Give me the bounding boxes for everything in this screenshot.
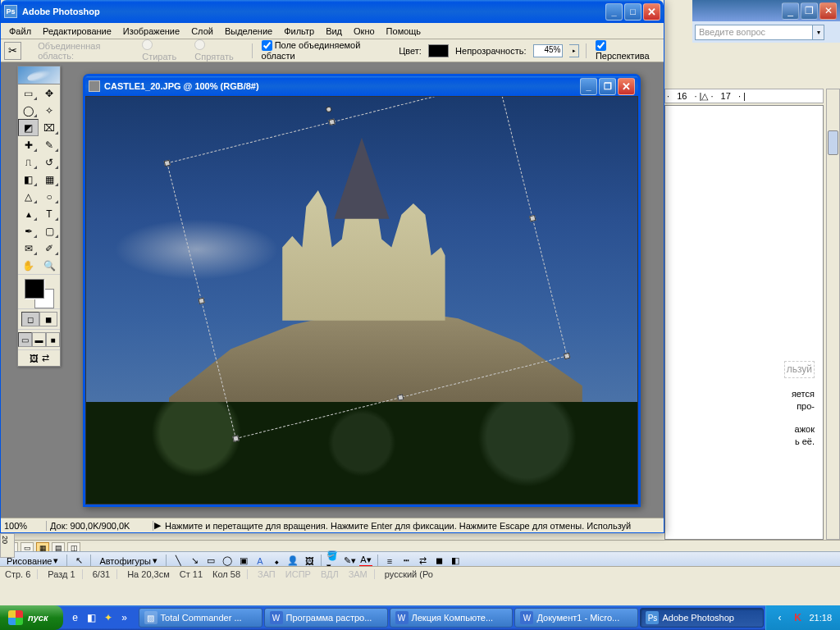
- dodge-tool[interactable]: ○: [39, 188, 60, 205]
- task-word-lecture[interactable]: WЛекция Компьюте...: [390, 608, 514, 628]
- standard-mode-button[interactable]: ◻: [21, 312, 39, 326]
- ql-desktop-icon[interactable]: ◧: [84, 609, 99, 627]
- crop-handle-top-left[interactable]: [164, 159, 171, 166]
- tool-palette-header[interactable]: [18, 66, 60, 84]
- word-close-button[interactable]: ✕: [819, 2, 837, 20]
- menu-layer[interactable]: Слой: [186, 25, 218, 38]
- photoshop-titlebar[interactable]: Ps Adobe Photoshop _ □ ✕: [1, 0, 664, 23]
- crop-tool[interactable]: ◩: [18, 119, 39, 136]
- document-titlebar[interactable]: CASTLE1_20.JPG @ 100% (RGB/8#) _ ❐ ✕: [85, 76, 638, 96]
- ps-icon: Ps: [646, 611, 659, 624]
- shield-color-swatch[interactable]: [428, 44, 449, 57]
- photoshop-menubar: Файл Редактирование Изображение Слой Выд…: [1, 23, 664, 39]
- help-search-input[interactable]: [695, 25, 813, 40]
- screen-full-menu-button[interactable]: ▬: [32, 332, 46, 347]
- task-word-program[interactable]: WПрограмма растро...: [264, 608, 388, 628]
- menu-image[interactable]: Изображение: [118, 25, 185, 38]
- task-total-commander[interactable]: ▧Total Commander ...: [139, 608, 262, 628]
- status-line: Ст 11: [180, 569, 203, 579]
- move-tool[interactable]: ✥: [39, 84, 60, 102]
- foreground-color-swatch[interactable]: [25, 279, 44, 299]
- status-lang[interactable]: русский (Ро: [385, 569, 433, 579]
- wand-tool[interactable]: ✧: [39, 102, 60, 119]
- slice-tool[interactable]: ⌧: [39, 119, 60, 136]
- type-tool[interactable]: T: [39, 205, 60, 222]
- shape-tool[interactable]: ▢: [39, 222, 60, 240]
- erase-radio: Стирать: [142, 39, 188, 62]
- word-minimize-button[interactable]: _: [782, 2, 799, 20]
- start-button[interactable]: пуск: [0, 605, 63, 630]
- tray-expand-icon[interactable]: ‹: [773, 611, 786, 624]
- eyedropper-tool[interactable]: ✐: [39, 240, 60, 257]
- pen-tool[interactable]: ✒: [18, 222, 39, 240]
- brush-tool[interactable]: ✎: [39, 136, 60, 153]
- task-word-document1[interactable]: WДокумент1 - Micro...: [514, 608, 638, 628]
- crop-handle-bot-mid[interactable]: [398, 394, 404, 400]
- opacity-dropdown[interactable]: ▸: [569, 44, 579, 57]
- eraser-tool[interactable]: ◧: [18, 171, 39, 188]
- tray-clock[interactable]: 21:18: [809, 613, 832, 623]
- ps-minimize-button[interactable]: _: [605, 3, 623, 21]
- tc-icon: ▧: [144, 611, 158, 624]
- lasso-tool[interactable]: ◯: [18, 102, 39, 119]
- status-ovr: ЗАМ: [349, 569, 375, 579]
- perspective-checkbox[interactable]: Перспектива: [596, 40, 660, 62]
- status-at: На 20,3см: [127, 569, 170, 579]
- doc-restore-button[interactable]: ❐: [599, 78, 616, 95]
- ps-maximize-button[interactable]: □: [624, 3, 641, 21]
- ql-expand-icon[interactable]: »: [117, 609, 132, 627]
- crop-rotate-handle[interactable]: [326, 106, 332, 112]
- status-ext: ВДЛ: [321, 569, 339, 579]
- marquee-tool[interactable]: ▭: [18, 84, 39, 102]
- screen-full-button[interactable]: ■: [46, 332, 60, 347]
- menu-filter[interactable]: Фильтр: [279, 25, 319, 38]
- stamp-tool[interactable]: ⎍: [18, 153, 39, 171]
- hand-tool[interactable]: ✋: [18, 257, 39, 274]
- ps-close-button[interactable]: ✕: [643, 3, 660, 21]
- doc-minimize-button[interactable]: _: [580, 78, 597, 95]
- word-restore-button[interactable]: ❐: [801, 2, 818, 20]
- history-brush-tool[interactable]: ↺: [39, 153, 60, 171]
- help-search-dropdown[interactable]: ▾: [813, 25, 824, 40]
- crop-handle-right-mid[interactable]: [529, 214, 536, 221]
- document-canvas[interactable]: [85, 96, 638, 504]
- menu-select[interactable]: Выделение: [220, 25, 277, 38]
- doc-close-button[interactable]: ✕: [618, 78, 635, 95]
- blur-tool[interactable]: △: [18, 188, 39, 205]
- tool-palette[interactable]: ▭ ✥ ◯ ✧ ◩ ⌧ ✚ ✎ ⎍ ↺ ◧ ▦ △ ○ ▴ T ✒ ▢ ✉ ✐: [17, 66, 61, 367]
- tray-kaspersky-icon[interactable]: K: [791, 611, 804, 624]
- crop-tool-indicator-icon[interactable]: ✂: [4, 42, 21, 60]
- crop-handle-bot-left[interactable]: [233, 435, 240, 441]
- word-page[interactable]: льзуй яется про- ажок ь её.: [664, 105, 824, 540]
- jump-to-imageready[interactable]: 🖼⇄: [18, 349, 60, 366]
- opacity-input[interactable]: 45%: [533, 44, 564, 57]
- gradient-tool[interactable]: ▦: [39, 171, 60, 188]
- ql-ie-icon[interactable]: e: [68, 609, 83, 627]
- crop-handle-bot-right[interactable]: [564, 353, 570, 359]
- menu-help[interactable]: Помощь: [381, 25, 427, 38]
- path-select-tool[interactable]: ▴: [18, 205, 39, 222]
- screen-standard-button[interactable]: ▭: [18, 332, 32, 347]
- shield-checkbox[interactable]: Поле объединяемой области: [262, 40, 393, 62]
- word-text-fragment: яется: [669, 388, 815, 400]
- heal-tool[interactable]: ✚: [18, 136, 39, 153]
- zoom-tool[interactable]: 🔍: [39, 257, 60, 274]
- document-window[interactable]: CASTLE1_20.JPG @ 100% (RGB/8#) _ ❐ ✕: [83, 74, 641, 507]
- menu-window[interactable]: Окно: [349, 25, 380, 38]
- zoom-level-field[interactable]: 100%: [1, 521, 47, 531]
- menu-edit[interactable]: Редактирование: [38, 25, 116, 38]
- document-title-text: CASTLE1_20.JPG @ 100% (RGB/8#): [104, 81, 259, 91]
- status-section: Разд 1: [48, 569, 82, 579]
- word-ruler-horizontal[interactable]: · 16 · |△ · 17 · |: [664, 89, 824, 103]
- crop-handle-top-mid[interactable]: [329, 118, 336, 125]
- ql-app-icon[interactable]: ✦: [101, 609, 116, 627]
- notes-tool[interactable]: ✉: [18, 240, 39, 257]
- quickmask-mode-button[interactable]: ◼: [39, 312, 57, 326]
- task-photoshop[interactable]: PsAdobe Photoshop: [640, 608, 764, 628]
- crop-handle-left-mid[interactable]: [199, 297, 205, 304]
- menu-file[interactable]: Файл: [4, 25, 36, 38]
- menu-view[interactable]: Вид: [321, 25, 347, 38]
- word-vertical-scrollbar[interactable]: [826, 89, 840, 540]
- status-menu-arrow[interactable]: ▶: [153, 520, 162, 531]
- doc-size-field[interactable]: Док: 900,0K/900,0K: [47, 521, 153, 531]
